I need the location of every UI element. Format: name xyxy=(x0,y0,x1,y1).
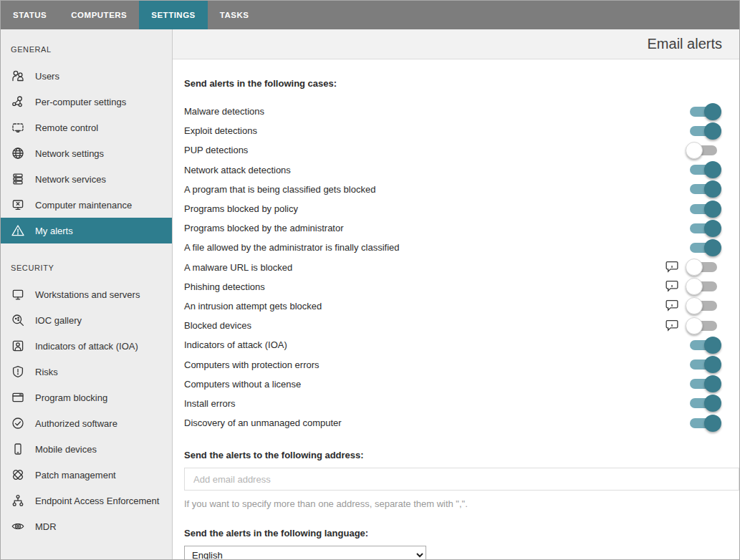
info-icon[interactable] xyxy=(665,280,679,293)
sidebar-item-per-computer-settings[interactable]: Per-computer settings xyxy=(1,89,172,115)
toggle-switch[interactable] xyxy=(686,395,721,412)
sidebar-item-label: Users xyxy=(35,71,59,82)
toggle-switch[interactable] xyxy=(686,220,721,237)
main-panel: Email alerts Send alerts in the followin… xyxy=(173,29,739,559)
toggle-row-controls xyxy=(686,337,739,354)
sidebar-item-network-services[interactable]: Network services xyxy=(1,166,172,192)
sidebar-item-remote-control[interactable]: Remote control xyxy=(1,115,172,140)
tab-settings[interactable]: SETTINGS xyxy=(139,1,208,29)
remote-control-icon xyxy=(11,120,25,135)
sidebar-item-label: Indicators of attack (IOA) xyxy=(35,341,138,352)
sidebar-section-label: SECURITY xyxy=(1,243,172,281)
toggle-row: A file allowed by the administrator is f… xyxy=(184,238,739,257)
toggle-knob[interactable] xyxy=(704,180,721,198)
toggle-row: An intrusion attempt gets blocked xyxy=(184,296,739,316)
toggle-switch[interactable] xyxy=(686,259,721,276)
cases-heading: Send alerts in the following cases: xyxy=(184,78,739,89)
sidebar-item-authorized-software[interactable]: Authorized software xyxy=(1,410,172,436)
toggle-switch[interactable] xyxy=(686,337,721,354)
toggle-knob[interactable] xyxy=(704,161,721,178)
toggle-row-controls xyxy=(665,297,739,314)
tab-tasks[interactable]: TASKS xyxy=(208,1,261,29)
toggle-switch[interactable] xyxy=(686,375,721,392)
toggle-row: PUP detections xyxy=(184,140,739,160)
toggle-switch[interactable] xyxy=(686,356,721,373)
sidebar-item-indicators-of-attack-ioa[interactable]: Indicators of attack (IOA) xyxy=(1,333,172,359)
toggle-knob[interactable] xyxy=(686,297,703,314)
toggle-knob[interactable] xyxy=(704,395,721,412)
sidebar-item-risks[interactable]: Risks xyxy=(1,359,172,385)
toggle-row: Programs blocked by the administrator xyxy=(184,218,739,238)
language-select[interactable]: English xyxy=(184,546,426,559)
toggle-knob[interactable] xyxy=(704,239,721,256)
toggle-switch[interactable] xyxy=(686,161,721,178)
top-navigation: STATUSCOMPUTERSSETTINGSTASKS xyxy=(1,1,739,29)
toggle-row-label: Phishing detections xyxy=(184,281,665,292)
sidebar-item-network-settings[interactable]: Network settings xyxy=(1,140,172,166)
toggle-switch[interactable] xyxy=(686,180,721,198)
toggle-row-label: Computers without a license xyxy=(184,379,686,390)
sidebar-item-label: Program blocking xyxy=(35,392,107,403)
toggle-knob[interactable] xyxy=(704,122,721,140)
toggle-row-controls xyxy=(686,201,739,218)
endpoint-access-enforcement-icon xyxy=(11,493,25,508)
sidebar-item-label: Endpoint Access Enforcement xyxy=(35,496,159,506)
email-address-input[interactable] xyxy=(184,468,739,491)
sidebar-item-label: Per-computer settings xyxy=(35,97,126,107)
sidebar-section-label: GENERAL xyxy=(1,35,172,63)
sidebar-item-program-blocking[interactable]: Program blocking xyxy=(1,385,172,410)
toggle-switch[interactable] xyxy=(686,278,721,295)
sidebar-item-mdr[interactable]: MDR xyxy=(1,513,172,539)
email-alerts-content: Send alerts in the following cases: Malw… xyxy=(173,59,739,559)
sidebar-item-users[interactable]: Users xyxy=(1,63,172,89)
sidebar-item-endpoint-access-enforcement[interactable]: Endpoint Access Enforcement xyxy=(1,488,172,513)
risks-icon xyxy=(11,365,25,379)
page-title: Email alerts xyxy=(648,36,722,52)
toggle-row-label: An intrusion attempt gets blocked xyxy=(184,301,665,312)
toggle-knob[interactable] xyxy=(686,259,703,276)
sidebar-item-patch-management[interactable]: Patch management xyxy=(1,462,172,488)
sidebar-item-ioc-gallery[interactable]: IOC gallery xyxy=(1,307,172,333)
sidebar-item-computer-maintenance[interactable]: Computer maintenance xyxy=(1,192,172,218)
toggle-row-label: Programs blocked by policy xyxy=(184,203,686,214)
toggle-knob[interactable] xyxy=(686,142,703,159)
app-window: STATUSCOMPUTERSSETTINGSTASKS GENERALUser… xyxy=(0,0,740,560)
sidebar-item-workstations-and-servers[interactable]: Workstations and servers xyxy=(1,281,172,307)
toggle-switch[interactable] xyxy=(686,239,721,256)
toggle-switch[interactable] xyxy=(686,415,721,432)
sidebar-item-my-alerts[interactable]: My alerts xyxy=(1,218,172,243)
language-heading: Send the alerts in the following languag… xyxy=(184,528,739,539)
toggle-switch[interactable] xyxy=(686,142,721,159)
toggle-row-controls xyxy=(686,220,739,237)
toggle-switch[interactable] xyxy=(686,201,721,218)
tab-computers[interactable]: COMPUTERS xyxy=(59,1,139,29)
program-blocking-icon xyxy=(11,390,25,405)
sidebar-item-label: Risks xyxy=(35,367,58,377)
network-services-icon xyxy=(11,172,25,186)
toggle-knob[interactable] xyxy=(704,415,721,432)
toggle-knob[interactable] xyxy=(686,278,703,295)
toggle-row-label: Indicators of attack (IOA) xyxy=(184,339,686,350)
toggle-row: Phishing detections xyxy=(184,277,739,296)
toggle-switch[interactable] xyxy=(686,103,721,120)
toggle-knob[interactable] xyxy=(686,317,703,334)
toggle-knob[interactable] xyxy=(704,337,721,354)
toggle-knob[interactable] xyxy=(704,103,721,120)
toggle-knob[interactable] xyxy=(704,356,721,373)
info-icon[interactable] xyxy=(665,261,679,274)
toggle-row: A program that is being classified gets … xyxy=(184,180,739,199)
toggle-switch[interactable] xyxy=(686,317,721,334)
toggle-row-controls xyxy=(686,356,739,373)
toggle-knob[interactable] xyxy=(704,375,721,392)
toggle-switch[interactable] xyxy=(686,122,721,140)
sidebar-item-label: My alerts xyxy=(35,226,73,236)
info-icon[interactable] xyxy=(665,319,679,332)
toggle-switch[interactable] xyxy=(686,297,721,314)
toggle-knob[interactable] xyxy=(704,201,721,218)
toggle-row: Install errors xyxy=(184,394,739,413)
sidebar-item-mobile-devices[interactable]: Mobile devices xyxy=(1,436,172,462)
mdr-icon xyxy=(11,519,25,534)
tab-status[interactable]: STATUS xyxy=(1,1,59,29)
info-icon[interactable] xyxy=(665,299,679,312)
toggle-knob[interactable] xyxy=(704,220,721,237)
